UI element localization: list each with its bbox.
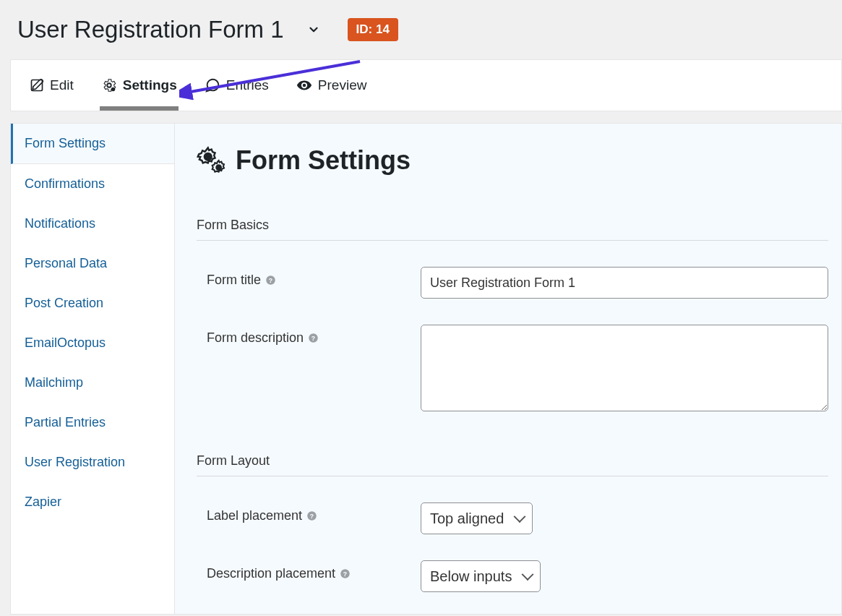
field-label: Form description ?	[197, 325, 406, 346]
tab-settings[interactable]: Settings	[100, 60, 179, 111]
field-label: Form title ?	[197, 267, 406, 288]
section-heading: Form Basics	[197, 218, 828, 241]
help-icon[interactable]: ?	[265, 275, 276, 286]
field-label: Label placement ?	[197, 502, 406, 523]
svg-text:?: ?	[312, 335, 315, 342]
sidebar-item-notifications[interactable]: Notifications	[11, 204, 174, 244]
sidebar-item-label: EmailOctopus	[25, 335, 106, 350]
label-text: Form title	[207, 273, 261, 288]
form-description-input[interactable]	[421, 325, 828, 411]
svg-point-4	[215, 164, 222, 171]
gears-icon	[101, 77, 117, 93]
sidebar-item-label: Confirmations	[25, 176, 105, 191]
sidebar-item-user-registration[interactable]: User Registration	[11, 442, 174, 482]
section-form-basics: Form Basics Form title ? Form descriptio…	[197, 218, 828, 411]
sidebar-item-mailchimp[interactable]: Mailchimp	[11, 363, 174, 403]
sidebar-item-form-settings[interactable]: Form Settings	[11, 124, 174, 164]
sidebar-item-post-creation[interactable]: Post Creation	[11, 283, 174, 323]
gears-icon	[197, 145, 227, 176]
sidebar-item-label: Notifications	[25, 216, 95, 231]
help-icon[interactable]: ?	[308, 333, 319, 343]
edit-icon	[30, 78, 44, 93]
svg-point-3	[204, 153, 212, 161]
chevron-down-icon	[307, 23, 320, 36]
sidebar-item-personal-data[interactable]: Personal Data	[11, 244, 174, 283]
settings-sidebar: Form Settings Confirmations Notification…	[10, 123, 174, 615]
tab-label: Preview	[318, 77, 367, 93]
svg-point-1	[111, 87, 116, 92]
field-form-description: Form description ?	[197, 325, 828, 411]
field-form-title: Form title ?	[197, 267, 828, 299]
main-title-row: Form Settings	[197, 145, 828, 176]
field-label-placement: Label placement ? Top aligned	[197, 502, 828, 534]
content-wrap: Form Settings Confirmations Notification…	[10, 123, 842, 615]
svg-text:?: ?	[343, 570, 347, 578]
page-header: User Registration Form 1 ID: 14	[0, 0, 842, 59]
field-description-placement: Description placement ? Below inputs	[197, 560, 828, 592]
tab-edit[interactable]: Edit	[28, 60, 75, 111]
page-title: User Registration Form 1	[17, 16, 284, 43]
tabs-bar: Edit Settings Entries Preview	[10, 59, 842, 111]
sidebar-item-partial-entries[interactable]: Partial Entries	[11, 403, 174, 442]
label-placement-select[interactable]: Top aligned	[421, 502, 533, 534]
sidebar-item-label: Partial Entries	[25, 415, 106, 429]
tab-label: Edit	[50, 77, 74, 93]
tab-entries[interactable]: Entries	[203, 60, 270, 111]
sidebar-item-label: Form Settings	[25, 136, 106, 150]
title-dropdown-toggle[interactable]	[307, 23, 320, 36]
help-icon[interactable]: ?	[340, 568, 351, 579]
eye-icon	[296, 77, 312, 93]
tab-label: Settings	[123, 77, 177, 93]
section-form-layout: Form Layout Label placement ? Top aligne…	[197, 453, 828, 592]
sidebar-item-label: Post Creation	[25, 296, 103, 310]
svg-text:?: ?	[269, 277, 272, 284]
label-text: Form description	[207, 330, 304, 346]
label-text: Description placement	[207, 566, 335, 581]
label-text: Label placement	[207, 508, 302, 523]
tab-label: Entries	[226, 77, 269, 93]
field-label: Description placement ?	[197, 560, 406, 581]
sidebar-item-emailoctopus[interactable]: EmailOctopus	[11, 323, 174, 363]
main-panel: Form Settings Form Basics Form title ? F…	[174, 123, 842, 615]
sidebar-item-confirmations[interactable]: Confirmations	[11, 164, 174, 204]
svg-text:?: ?	[310, 513, 314, 520]
sidebar-item-zapier[interactable]: Zapier	[11, 482, 174, 522]
sidebar-item-label: User Registration	[25, 455, 125, 469]
sidebar-item-label: Mailchimp	[25, 375, 83, 390]
sidebar-item-label: Personal Data	[25, 256, 107, 270]
description-placement-select[interactable]: Below inputs	[421, 560, 541, 592]
form-title-input[interactable]	[421, 267, 828, 299]
main-title: Form Settings	[236, 145, 411, 176]
sidebar-item-label: Zapier	[25, 495, 61, 509]
tab-preview[interactable]: Preview	[295, 60, 369, 111]
id-badge: ID: 14	[348, 18, 398, 41]
speech-bubble-icon	[205, 77, 220, 93]
section-heading: Form Layout	[197, 453, 828, 476]
help-icon[interactable]: ?	[306, 510, 317, 521]
